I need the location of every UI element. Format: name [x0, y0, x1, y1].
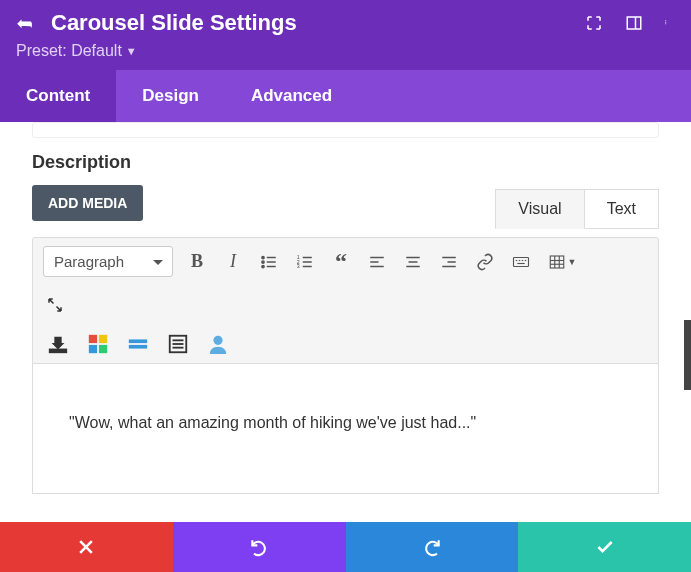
tab-content[interactable]: Content [0, 70, 116, 122]
expand-icon[interactable] [43, 293, 67, 317]
keyboard-icon[interactable] [509, 250, 533, 274]
header-actions [585, 14, 671, 32]
add-media-button[interactable]: ADD MEDIA [32, 185, 143, 221]
editor-text: "Wow, what an amazing month of hiking we… [69, 414, 476, 431]
editor-content-area[interactable]: "Wow, what an amazing month of hiking we… [32, 364, 659, 494]
main-tabs: Content Design Advanced [0, 70, 691, 122]
undo-button[interactable] [173, 522, 346, 572]
redo-button[interactable] [346, 522, 519, 572]
numbered-list-icon[interactable]: 123 [293, 250, 317, 274]
svg-text:3: 3 [297, 263, 300, 269]
svg-rect-0 [627, 17, 641, 29]
editor-toolbar: Paragraph B I 123 “ ▼ [32, 237, 659, 364]
tab-advanced[interactable]: Advanced [225, 70, 358, 122]
user-icon[interactable] [207, 333, 229, 355]
preset-selector[interactable]: Preset: Default ▼ [16, 42, 671, 60]
fullscreen-icon[interactable] [585, 14, 603, 32]
svg-rect-39 [99, 335, 107, 343]
bold-icon[interactable]: B [185, 250, 209, 274]
svg-rect-26 [514, 257, 529, 266]
action-bar [0, 522, 691, 572]
chevron-down-icon: ▼ [126, 45, 137, 57]
svg-rect-43 [129, 345, 147, 349]
svg-rect-40 [89, 345, 97, 353]
align-left-icon[interactable] [365, 250, 389, 274]
header-top-row: ➦ Carousel Slide Settings [16, 10, 671, 36]
confirm-button[interactable] [518, 522, 691, 572]
align-right-icon[interactable] [437, 250, 461, 274]
svg-rect-32 [550, 256, 564, 268]
align-center-icon[interactable] [401, 250, 425, 274]
svg-point-48 [213, 336, 222, 345]
format-select[interactable]: Paragraph [43, 246, 173, 277]
italic-icon[interactable]: I [221, 250, 245, 274]
collapsed-field[interactable] [32, 122, 659, 138]
panel-icon[interactable] [625, 14, 643, 32]
toolbar-row-1: Paragraph B I 123 “ ▼ [33, 238, 658, 285]
preset-label: Preset: Default [16, 42, 122, 60]
back-icon[interactable]: ➦ [16, 11, 33, 35]
svg-point-4 [665, 23, 666, 24]
bullet-list-icon[interactable] [257, 250, 281, 274]
media-and-tabs-row: ADD MEDIA Visual Text [32, 185, 659, 229]
tab-design[interactable]: Design [116, 70, 225, 122]
editor-mode-tabs: Visual Text [496, 189, 659, 229]
svg-point-9 [262, 265, 264, 267]
list-block-icon[interactable] [167, 333, 189, 355]
svg-rect-38 [89, 335, 97, 343]
link-icon[interactable] [473, 250, 497, 274]
editor-tab-text[interactable]: Text [584, 189, 659, 229]
insert-download-icon[interactable] [47, 333, 69, 355]
more-icon[interactable] [665, 14, 671, 32]
svg-point-7 [262, 260, 264, 262]
page-title: Carousel Slide Settings [51, 10, 297, 36]
description-label: Description [32, 152, 659, 173]
blockquote-icon[interactable]: “ [329, 250, 353, 274]
svg-point-3 [665, 22, 666, 23]
svg-rect-41 [99, 345, 107, 353]
svg-point-2 [665, 20, 666, 21]
svg-rect-42 [129, 339, 147, 343]
format-select-value: Paragraph [54, 253, 124, 270]
toolbar-row-2 [33, 285, 658, 325]
divider-icon[interactable] [127, 333, 149, 355]
toolbar-row-3 [33, 325, 658, 363]
resize-handle[interactable] [684, 320, 691, 390]
svg-point-5 [262, 256, 264, 258]
settings-header: ➦ Carousel Slide Settings Preset: Defaul… [0, 0, 691, 70]
table-icon[interactable]: ▼ [545, 250, 579, 274]
editor-tab-visual[interactable]: Visual [495, 189, 584, 229]
description-section: Description ADD MEDIA Visual Text Paragr… [0, 138, 691, 494]
cancel-button[interactable] [0, 522, 173, 572]
color-blocks-icon[interactable] [87, 333, 109, 355]
